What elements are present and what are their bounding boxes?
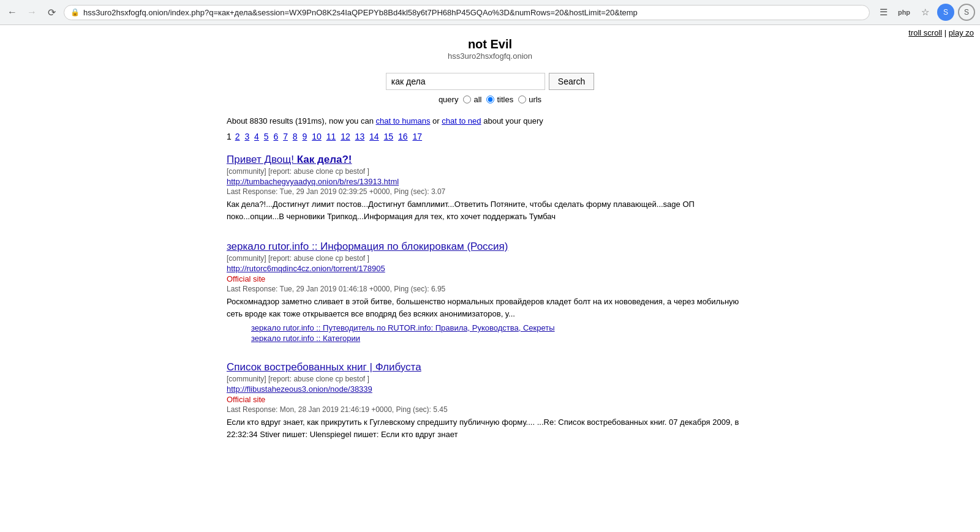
about-text: about your query [483,116,543,126]
result-ping-0: Last Response: Tue, 29 Jan 2019 02:39:25… [227,187,753,196]
page-13[interactable]: 13 [355,132,365,141]
cp-link-2[interactable]: cp [335,375,343,383]
page-8[interactable]: 8 [293,132,298,141]
or-text: or [432,116,442,126]
browser-chrome: ← → ⟳ 🔒 hss3uro2hsxfogfq.onion/index.php… [0,0,980,25]
play-zo-link[interactable]: play zo [949,28,974,37]
top-right-links: troll scroll | play zo [908,28,974,37]
page-9[interactable]: 9 [303,132,307,141]
result-ping-1: Last Response: Tue, 29 Jan 2019 01:46:18… [227,285,753,293]
result-snippet-0: Как дела?!...Достигнут лимит постов...До… [227,198,753,222]
site-domain: hss3uro2hsxfogfq.onion [227,51,753,61]
all-radio[interactable] [463,96,471,103]
official-site-2: Official site [227,395,753,404]
titles-label: titles [497,95,513,104]
abuse-link-0[interactable]: abuse [293,167,314,176]
result-title-0: Привет Двощ! Как дела?! [227,154,753,166]
titles-radio[interactable] [486,96,494,103]
result-url-0[interactable]: http://tumbachegvyaadyq.onion/b/res/1391… [227,177,753,186]
star-button[interactable]: ☆ [916,4,933,21]
lock-icon: 🔒 [70,8,80,17]
sub-link-1-1[interactable]: зеркало rutor.info :: Категории [251,334,753,343]
page-17[interactable]: 17 [412,132,422,141]
page-2[interactable]: 2 [235,132,240,141]
all-label: all [473,95,481,104]
abuse-link-2[interactable]: abuse [293,375,314,383]
chat-humans-link[interactable]: chat to humans [376,116,431,126]
page-10[interactable]: 10 [312,132,322,141]
clone-link-2[interactable]: clone [315,375,333,383]
search-form: Search [386,73,594,90]
result-link-2[interactable]: Список востребованных книг | Флибуста [227,361,421,373]
result-item-1: зеркало rutor.info :: Информация по блок… [227,241,753,343]
query-label: query [439,95,459,104]
forward-button[interactable]: → [24,5,39,20]
link-separator: | [944,28,949,37]
page-5[interactable]: 5 [264,132,269,141]
site-header: not Evil hss3uro2hsxfogfq.onion [227,37,753,61]
search-options: query all titles urls [227,95,753,104]
page-14[interactable]: 14 [369,132,379,141]
page-4[interactable]: 4 [254,132,259,141]
pagination: 1 2 3 4 5 6 7 8 9 10 11 12 13 14 15 16 1… [227,132,753,141]
page-12[interactable]: 12 [341,132,350,141]
page-6[interactable]: 6 [273,132,278,141]
results-summary: About 8830 results (191ms), now you can [227,116,374,126]
urls-label: urls [529,95,541,104]
urls-radio-group: urls [518,95,541,104]
search-area: Search query all titles urls [227,73,753,104]
page-16[interactable]: 16 [398,132,408,141]
abuse-link-1[interactable]: abuse [293,254,314,263]
official-site-1: Official site [227,274,753,283]
results-info: About 8830 results (191ms), now you can … [227,116,753,126]
result-item-2: Список востребованных книг | Флибуста [c… [227,361,753,440]
search-input[interactable] [386,73,545,90]
result-meta-2: [community] [report: abuse clone cp best… [227,375,753,383]
cp-link-1[interactable]: cp [335,254,343,263]
result-meta-0: [community] [report: abuse clone cp best… [227,167,753,176]
clone-link-0[interactable]: clone [315,167,333,176]
page-3[interactable]: 3 [244,132,249,141]
profile-button2[interactable]: S [958,4,975,21]
address-text: hss3uro2hsxfogfq.onion/index.php?q=как+д… [83,8,863,17]
bestof-link-2[interactable]: bestof [345,375,365,383]
page-content: not Evil hss3uro2hsxfogfq.onion Search q… [214,25,766,471]
titles-radio-group: titles [486,95,513,104]
urls-radio[interactable] [518,96,526,103]
address-bar[interactable]: 🔒 hss3uro2hsxfogfq.onion/index.php?q=как… [64,5,870,20]
result-snippet-2: Если кто вдруг знает, как прикрутить к Г… [227,416,753,440]
result-ping-2: Last Response: Mon, 28 Jan 2019 21:46:19… [227,405,753,414]
browser-toolbar: ← → ⟳ 🔒 hss3uro2hsxfogfq.onion/index.php… [0,0,980,24]
bestof-link-1[interactable]: bestof [345,254,365,263]
profile-button[interactable]: S [937,4,954,21]
bestof-link-0[interactable]: bestof [345,167,365,176]
page-11[interactable]: 11 [326,132,336,141]
site-title: not Evil [227,37,753,51]
troll-scroll-link[interactable]: troll scroll [908,28,942,37]
page-7[interactable]: 7 [283,132,288,141]
page-15[interactable]: 15 [384,132,394,141]
php-icon[interactable]: php [895,4,913,21]
result-link-1[interactable]: зеркало rutor.info :: Информация по блок… [227,241,508,252]
page-1: 1 [227,132,234,141]
result-url-2[interactable]: http://flibustahezeous3.onion/node/38339 [227,384,753,394]
result-item: Привет Двощ! Как дела?! [community] [rep… [227,154,753,222]
chat-ned-link[interactable]: chat to ned [442,116,481,126]
reload-button[interactable]: ⟳ [44,5,59,20]
browser-actions: ☰ php ☆ S S [875,4,975,21]
result-title-1: зеркало rutor.info :: Информация по блок… [227,241,753,253]
result-meta-1: [community] [report: abuse clone cp best… [227,254,753,263]
result-link-0[interactable]: Привет Двощ! Как дела?! [227,154,352,165]
back-button[interactable]: ← [5,5,20,20]
search-button[interactable]: Search [549,73,594,90]
result-title-2: Список востребованных книг | Флибуста [227,361,753,373]
result-snippet-1: Роскомнадзор заметно сливает в этой битв… [227,296,753,320]
cp-link-0[interactable]: cp [335,167,343,176]
bookmarks-button[interactable]: ☰ [875,4,892,21]
clone-link-1[interactable]: clone [315,254,333,263]
result-url-1[interactable]: http://rutorc6mqdinc4cz.onion/torrent/17… [227,264,753,273]
all-radio-group: all [463,95,481,104]
sub-link-1-0[interactable]: зеркало rutor.info :: Путеводитель по RU… [251,323,753,332]
sub-links-1: зеркало rutor.info :: Путеводитель по RU… [227,323,753,343]
